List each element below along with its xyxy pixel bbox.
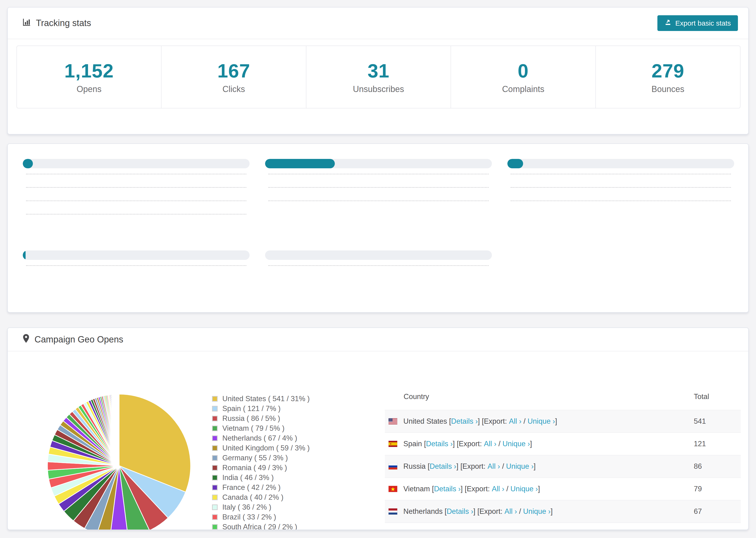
- legend-swatch: [212, 445, 218, 451]
- legend-label: South Africa ( 29 / 2% ): [222, 523, 297, 530]
- dotted-leader: [26, 174, 246, 174]
- export-unique-link[interactable]: Unique ›: [511, 485, 538, 493]
- bar-chart-icon: [22, 18, 31, 28]
- legend-item-vietnam[interactable]: Vietnam ( 79 / 5% ): [212, 423, 310, 433]
- stat-value: 279: [652, 60, 684, 82]
- rate-progress-track: [23, 159, 249, 168]
- legend-swatch: [212, 426, 218, 431]
- country-cell: Russia [Details ›] [Export: All › / Uniq…: [385, 462, 694, 471]
- legend-item-brazil[interactable]: Brazil ( 33 / 2% ): [212, 512, 310, 522]
- geo-table: Country Total United States [Details ›] …: [385, 384, 741, 530]
- legend-item-romania[interactable]: Romania ( 49 / 3% ): [212, 463, 310, 473]
- details-link[interactable]: Details ›: [447, 507, 473, 516]
- legend-item-south-africa[interactable]: South Africa ( 29 / 2% ): [212, 522, 310, 530]
- rate-row: [507, 202, 734, 215]
- stat-cell-bounces: 279Bounces: [596, 46, 740, 108]
- export-all-link[interactable]: All ›: [517, 530, 529, 530]
- export-button-label: Export basic stats: [675, 19, 731, 27]
- rate-row: [507, 189, 734, 202]
- legend-swatch: [212, 514, 218, 520]
- details-link[interactable]: Details ›: [430, 462, 457, 471]
- map-pin-icon: [22, 334, 30, 345]
- legend-swatch: [212, 455, 218, 461]
- legend-item-united-states[interactable]: United States ( 541 / 31% ): [212, 394, 310, 404]
- total-cell: 67: [694, 507, 741, 516]
- export-unique-link[interactable]: Unique ›: [503, 440, 530, 448]
- stat-cell-clicks: 167Clicks: [162, 46, 306, 108]
- dotted-leader: [511, 187, 731, 188]
- export-icon: [665, 19, 672, 27]
- rate-block-bounce-rate: [507, 152, 734, 229]
- legend-swatch: [212, 524, 218, 530]
- legend-swatch: [212, 465, 218, 471]
- geo-table-body: United States [Details ›] [Export: All ›…: [385, 410, 741, 530]
- export-basic-stats-button[interactable]: Export basic stats: [657, 15, 738, 31]
- legend-item-france[interactable]: France ( 42 / 2% ): [212, 483, 310, 493]
- country-cell: United Kingdom [Details ›] [Export: All …: [385, 530, 694, 530]
- geo-table-header-country: Country: [385, 393, 694, 401]
- total-cell: 79: [694, 485, 741, 493]
- nl-flag-icon: [389, 509, 397, 514]
- export-unique-link[interactable]: Unique ›: [536, 530, 563, 530]
- country-name: Russia: [404, 462, 426, 471]
- rate-row: [265, 189, 492, 202]
- country-name: United States: [404, 417, 447, 426]
- dotted-leader: [511, 200, 731, 201]
- export-all-link[interactable]: All ›: [505, 507, 517, 516]
- tracking-stats-title: Tracking stats: [22, 18, 91, 28]
- legend-label: Romania ( 49 / 3% ): [222, 463, 287, 472]
- rate-row: [507, 175, 734, 189]
- tracking-stats-header: Tracking stats Export basic stats: [8, 8, 748, 39]
- country-name: United Kingdom: [404, 530, 455, 530]
- geo-table-row-vn: Vietnam [Details ›] [Export: All › / Uni…: [385, 477, 741, 500]
- legend-item-united-kingdom[interactable]: United Kingdom ( 59 / 3% ): [212, 443, 310, 453]
- stat-label: Complaints: [502, 84, 544, 94]
- details-link[interactable]: Details ›: [451, 417, 478, 426]
- es-flag-icon: [389, 441, 397, 447]
- export-all-link[interactable]: All ›: [492, 485, 504, 493]
- geo-header: Campaign Geo Opens: [8, 328, 748, 351]
- export-unique-link[interactable]: Unique ›: [506, 462, 534, 471]
- export-all-link[interactable]: All ›: [487, 462, 500, 471]
- legend-item-russia[interactable]: Russia ( 86 / 5% ): [212, 413, 310, 423]
- legend-item-italy[interactable]: Italy ( 36 / 2% ): [212, 502, 310, 512]
- country-cell: United States [Details ›] [Export: All ›…: [385, 417, 694, 426]
- legend-label: United Kingdom ( 59 / 3% ): [222, 444, 310, 452]
- export-unique-link[interactable]: Unique ›: [523, 507, 551, 516]
- geo-title-text: Campaign Geo Opens: [34, 335, 123, 345]
- legend-item-spain[interactable]: Spain ( 121 / 7% ): [212, 404, 310, 413]
- total-cell: 86: [694, 462, 741, 471]
- export-unique-link[interactable]: Unique ›: [527, 417, 555, 426]
- rate-progress-fill: [265, 159, 335, 168]
- legend-item-germany[interactable]: Germany ( 55 / 3% ): [212, 453, 310, 463]
- rate-block-opens-rate: [265, 152, 492, 229]
- rates-grid: [23, 152, 734, 280]
- legend-swatch: [212, 416, 218, 421]
- country-name: Spain: [404, 440, 422, 448]
- details-link[interactable]: Details ›: [434, 485, 460, 493]
- details-link[interactable]: Details ›: [459, 530, 486, 530]
- export-all-link[interactable]: All ›: [509, 417, 521, 426]
- legend-item-canada[interactable]: Canada ( 40 / 2% ): [212, 493, 310, 502]
- geo-table-row-ru: Russia [Details ›] [Export: All › / Uniq…: [385, 455, 741, 477]
- rate-progress-fill: [23, 159, 33, 168]
- export-all-link[interactable]: All ›: [484, 440, 496, 448]
- rates-card: [7, 143, 749, 313]
- legend-item-netherlands[interactable]: Netherlands ( 67 / 4% ): [212, 433, 310, 443]
- tracking-stats-title-text: Tracking stats: [36, 18, 91, 28]
- us-flag-icon: [389, 418, 397, 424]
- dotted-leader: [268, 174, 489, 174]
- rate-row: [265, 267, 492, 280]
- geo-body: United States ( 541 / 31% )Spain ( 121 /…: [8, 360, 748, 529]
- rate-row: [23, 175, 249, 189]
- country-cell: Spain [Details ›] [Export: All › / Uniqu…: [385, 440, 694, 448]
- geo-pie-chart[interactable]: [41, 388, 196, 530]
- legend-swatch: [212, 485, 218, 490]
- legend-label: France ( 42 / 2% ): [222, 483, 281, 492]
- legend-item-india[interactable]: India ( 46 / 3% ): [212, 473, 310, 483]
- geo-title: Campaign Geo Opens: [22, 334, 123, 345]
- geo-table-row-us: United States [Details ›] [Export: All ›…: [385, 410, 741, 432]
- rate-row: [23, 202, 249, 215]
- details-link[interactable]: Details ›: [426, 440, 453, 448]
- legend-label: Canada ( 40 / 2% ): [222, 493, 283, 502]
